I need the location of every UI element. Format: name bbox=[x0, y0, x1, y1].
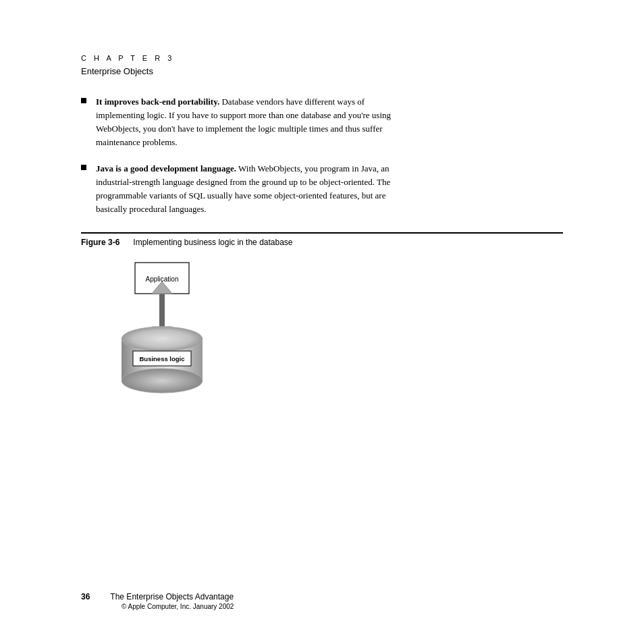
bullet-icon bbox=[81, 98, 86, 103]
list-item: It improves back-end portability. Databa… bbox=[81, 95, 563, 150]
footer-copyright: © Apple Computer, Inc. January 2002 bbox=[122, 603, 234, 610]
bullet-text-2: Java is a good development language. Wit… bbox=[96, 162, 393, 217]
chapter-header: C H A P T E R 3 bbox=[81, 54, 563, 62]
business-logic-label: Business logic bbox=[139, 355, 184, 363]
chapter-subtitle: Enterprise Objects bbox=[81, 66, 563, 76]
diagram-container: Application bbox=[101, 259, 563, 401]
footer-main: 36 The Enterprise Objects Advantage bbox=[81, 592, 234, 601]
list-item: Java is a good development language. Wit… bbox=[81, 162, 563, 217]
cylinder-top-ellipse bbox=[122, 327, 203, 351]
bullet-icon bbox=[81, 165, 86, 170]
bullet-bold-2: Java is a good development language. bbox=[96, 163, 236, 173]
footer-title: The Enterprise Objects Advantage bbox=[110, 592, 234, 601]
footer-page-number: 36 bbox=[81, 592, 90, 601]
figure-label-row: Figure 3-6 Implementing business logic i… bbox=[81, 232, 563, 247]
bullet-text-1: It improves back-end portability. Databa… bbox=[96, 95, 393, 150]
cylinder-bottom-ellipse bbox=[122, 369, 203, 393]
bullet-bold-1: It improves back-end portability. bbox=[96, 97, 219, 107]
page: C H A P T E R 3 Enterprise Objects It im… bbox=[0, 0, 644, 644]
footer: 36 The Enterprise Objects Advantage © Ap… bbox=[81, 592, 563, 610]
bullet-list: It improves back-end portability. Databa… bbox=[81, 95, 563, 216]
figure-label: Figure 3-6 bbox=[81, 238, 119, 247]
figure-caption: Implementing business logic in the datab… bbox=[133, 238, 292, 247]
diagram-svg: Application bbox=[101, 259, 236, 401]
